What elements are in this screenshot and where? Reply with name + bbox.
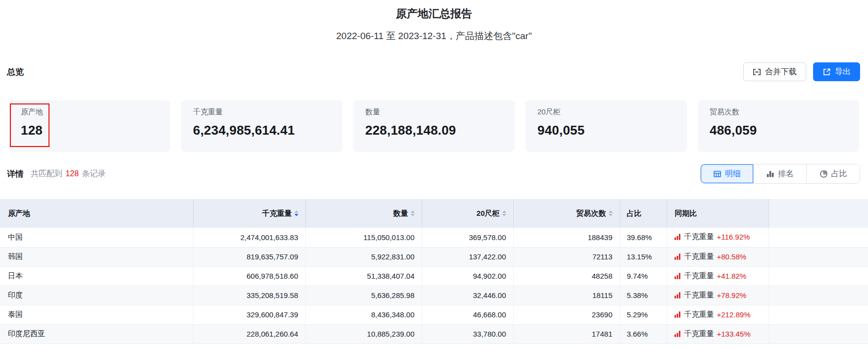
trend-chart-icon — [674, 253, 681, 260]
cell-quantity: 5,636,285.98 — [305, 286, 422, 305]
column-share: 占比 — [620, 199, 667, 228]
table-row-india: 印度 335,208,519.58 5,636,285.98 32,446.00… — [0, 286, 868, 305]
stat-card-quantity: 数量 228,188,148.09 — [353, 100, 515, 152]
table-row-indonesia: 印度尼西亚 228,061,260.64 10,885,239.00 33,78… — [0, 324, 868, 344]
column-yoy: 同期比 — [667, 199, 769, 228]
export-icon — [822, 68, 831, 76]
table-icon — [713, 170, 722, 178]
cell-blank — [769, 247, 868, 266]
cell-yoy: 千克重量+80.58% — [667, 247, 769, 266]
cell-share: 5.29% — [620, 305, 667, 324]
cell-trades: 48258 — [513, 266, 620, 286]
table-row-china: 中国 2,474,001,633.83 115,050,013.00 369,5… — [0, 228, 868, 247]
cell-origin: 日本 — [0, 266, 193, 286]
export-label: 导出 — [835, 67, 851, 77]
cell-weight: 2,474,001,633.83 — [193, 228, 305, 247]
cell-teu: 369,578.00 — [422, 228, 513, 247]
trend-chart-icon — [674, 272, 681, 280]
trend-chart-icon — [674, 292, 681, 299]
column-origin: 原产地 — [0, 199, 193, 228]
pie-icon — [820, 170, 828, 178]
stat-cards: 原产地 128 千克重量 6,234,985,614.41 数量 228,188… — [9, 100, 859, 152]
stat-card-value: 6,234,985,614.41 — [193, 123, 342, 138]
tab-label: 占比 — [831, 169, 847, 179]
cell-origin: 印度 — [0, 286, 193, 305]
cell-trades: 23690 — [513, 305, 620, 324]
cell-blank — [769, 324, 868, 344]
match-suffix: 条记录 — [82, 169, 106, 178]
tab-label: 排名 — [778, 169, 794, 179]
cell-yoy: 千克重量+41.82% — [667, 266, 769, 286]
cell-teu: 46,668.00 — [422, 305, 513, 324]
view-tab-group: 明细 排名 占比 — [700, 164, 860, 184]
cell-origin: 泰国 — [0, 305, 193, 324]
cell-share: 3.66% — [620, 324, 667, 344]
sort-carets-icon — [411, 210, 415, 216]
column-weight-sort[interactable]: 千克重量 — [193, 199, 305, 228]
stat-card-value: 228,188,148.09 — [365, 123, 515, 138]
cell-share: 13.15% — [620, 247, 667, 266]
stat-card-origin: 原产地 128 — [9, 100, 170, 152]
stat-card-value: 940,055 — [537, 123, 687, 138]
sort-carets-icon — [609, 210, 613, 216]
merge-download-button[interactable]: 合并下载 — [743, 62, 806, 81]
match-text: 共匹配到 128 条记录 — [31, 169, 106, 179]
stat-card-weight: 千克重量 6,234,985,614.41 — [181, 100, 342, 152]
stat-card-label: 贸易次数 — [710, 107, 859, 117]
stat-card-teu: 20尺柜 940,055 — [526, 100, 687, 152]
table-row-korea: 韩国 819,635,757.09 5,922,831.00 137,422.0… — [0, 247, 868, 266]
cell-share: 9.74% — [620, 266, 667, 286]
report-subtitle: 2022-06-11 至 2023-12-31，产品描述包含"car" — [0, 30, 868, 43]
match-prefix: 共匹配到 — [31, 169, 62, 178]
stat-card-value: 128 — [21, 123, 170, 138]
cell-quantity: 8,436,348.00 — [305, 305, 422, 324]
cell-quantity: 10,885,239.00 — [305, 324, 422, 344]
overview-header-row: 总览 合并下载 导出 — [7, 62, 860, 81]
ranking-icon — [766, 170, 774, 178]
cell-yoy: 千克重量+212.89% — [667, 305, 769, 324]
page-title: 原产地汇总报告 — [0, 0, 868, 21]
cell-origin: 韩国 — [0, 247, 193, 266]
cell-quantity: 51,338,407.04 — [305, 266, 422, 286]
table-row-japan: 日本 606,978,518.60 51,338,407.04 94,902.0… — [0, 266, 868, 286]
cell-quantity: 5,922,831.00 — [305, 247, 422, 266]
tab-label: 明细 — [725, 169, 741, 179]
cell-teu: 32,446.00 — [422, 286, 513, 305]
column-trades-sort[interactable]: 贸易次数 — [513, 199, 620, 228]
trend-chart-icon — [674, 311, 681, 318]
stat-card-label: 数量 — [365, 107, 515, 117]
match-count: 128 — [65, 169, 79, 178]
cell-weight: 819,635,757.09 — [193, 247, 305, 266]
origin-summary-report-page: 原产地汇总报告 2022-06-11 至 2023-12-31，产品描述包含"c… — [0, 0, 868, 348]
cell-blank — [769, 266, 868, 286]
table-header-row: 原产地 千克重量 数量 20尺柜 贸易次数 占比 同期比 — [0, 199, 868, 228]
details-header-row: 详情 共匹配到 128 条记录 明细 排名 — [7, 164, 860, 184]
cell-share: 39.68% — [620, 228, 667, 247]
cell-yoy: 千克重量+133.45% — [667, 324, 769, 344]
cell-weight: 329,600,847.39 — [193, 305, 305, 324]
details-section-title: 详情 — [7, 168, 24, 180]
cell-trades: 72113 — [513, 247, 620, 266]
sort-carets-icon — [502, 210, 506, 216]
cell-trades: 17481 — [513, 324, 620, 344]
cell-teu: 94,902.00 — [422, 266, 513, 286]
tab-share[interactable]: 占比 — [807, 164, 860, 183]
stat-card-trades: 贸易次数 486,059 — [698, 100, 859, 152]
column-blank — [769, 199, 868, 228]
cell-weight: 228,061,260.64 — [193, 324, 305, 344]
column-quantity-sort[interactable]: 数量 — [305, 199, 422, 228]
merge-download-icon — [753, 68, 761, 76]
details-left: 详情 共匹配到 128 条记录 — [7, 168, 106, 180]
column-teu-sort[interactable]: 20尺柜 — [422, 199, 513, 228]
cell-weight: 335,208,519.58 — [193, 286, 305, 305]
stat-card-label: 千克重量 — [193, 107, 342, 117]
cell-blank — [769, 286, 868, 305]
tab-detail[interactable]: 明细 — [701, 164, 754, 183]
tab-ranking[interactable]: 排名 — [754, 164, 807, 183]
stat-card-value: 486,059 — [710, 123, 859, 138]
cell-share: 5.38% — [620, 286, 667, 305]
export-button[interactable]: 导出 — [813, 62, 860, 81]
table-row-thailand: 泰国 329,600,847.39 8,436,348.00 46,668.00… — [0, 305, 868, 324]
stat-card-label: 20尺柜 — [537, 107, 687, 117]
cell-yoy: 千克重量+78.92% — [667, 286, 769, 305]
